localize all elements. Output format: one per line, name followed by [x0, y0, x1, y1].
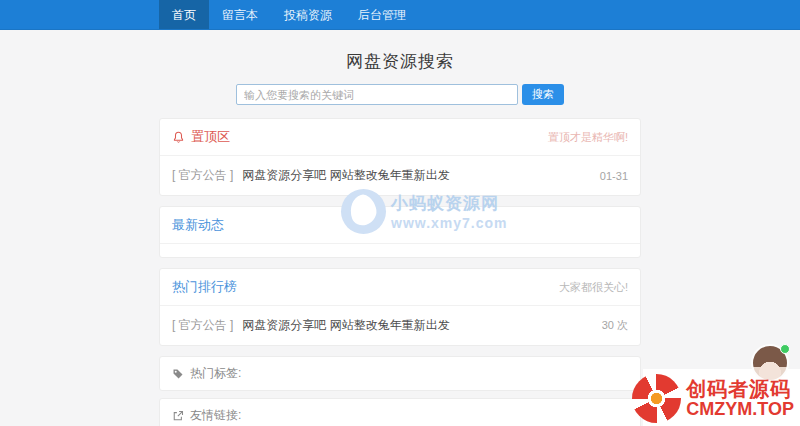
- corner-watermark: 创码者源码 CMZYM.TOP: [632, 374, 794, 423]
- search-input[interactable]: [236, 84, 518, 105]
- hot-tags-card: 热门标签:: [159, 356, 641, 391]
- hot-item-title-link[interactable]: 网盘资源分享吧 网站整改兔年重新出发: [242, 317, 449, 334]
- latest-card: 最新动态: [159, 206, 641, 258]
- hot-item-category-link[interactable]: [ 官方公告 ]: [172, 317, 233, 334]
- hot-ranking-card-header: 热门排行榜 大家都很关心!: [160, 269, 640, 306]
- top-nav-inner: 首页 留言本 投稿资源 后台管理: [159, 0, 641, 29]
- pinned-title: 置顶区: [191, 128, 230, 146]
- pinned-item-title-link[interactable]: 网盘资源分享吧 网站整改兔年重新出发: [242, 167, 449, 184]
- tag-icon: [172, 368, 184, 380]
- pinned-item-date: 01-31: [600, 170, 628, 182]
- latest-title: 最新动态: [172, 216, 224, 234]
- search-button[interactable]: 搜索: [522, 84, 564, 105]
- hot-list-item: [ 官方公告 ] 网盘资源分享吧 网站整改兔年重新出发 30 次: [160, 306, 640, 345]
- pinned-card-header: 置顶区 置顶才是精华啊!: [160, 119, 640, 156]
- hot-ranking-card: 热门排行榜 大家都很关心! [ 官方公告 ] 网盘资源分享吧 网站整改兔年重新出…: [159, 268, 641, 346]
- hot-ranking-subtitle: 大家都很关心!: [559, 280, 628, 295]
- top-nav: 首页 留言本 投稿资源 后台管理: [0, 0, 800, 30]
- pinned-item-category-link[interactable]: [ 官方公告 ]: [172, 167, 233, 184]
- friend-links-label: 友情链接:: [190, 407, 241, 424]
- corner-watermark-name: 创码者源码: [686, 378, 794, 400]
- pinned-card: 置顶区 置顶才是精华啊! [ 官方公告 ] 网盘资源分享吧 网站整改兔年重新出发…: [159, 118, 641, 196]
- online-status-dot: [780, 344, 790, 354]
- bell-icon: [172, 131, 185, 144]
- external-link-icon: [172, 410, 184, 422]
- nav-item-home[interactable]: 首页: [159, 0, 209, 29]
- search-bar: 搜索: [0, 84, 800, 105]
- pinwheel-logo-icon: [632, 374, 681, 423]
- pinned-subtitle: 置顶才是精华啊!: [548, 130, 628, 145]
- corner-watermark-url: CMZYM.TOP: [686, 400, 794, 420]
- nav-item-submit[interactable]: 投稿资源: [271, 0, 345, 29]
- hot-ranking-title: 热门排行榜: [172, 278, 237, 296]
- main-content: 置顶区 置顶才是精华啊! [ 官方公告 ] 网盘资源分享吧 网站整改兔年重新出发…: [159, 118, 641, 426]
- latest-card-header: 最新动态: [160, 207, 640, 244]
- latest-empty-body: [160, 244, 640, 257]
- nav-item-admin[interactable]: 后台管理: [345, 0, 419, 29]
- pinned-list-item: [ 官方公告 ] 网盘资源分享吧 网站整改兔年重新出发 01-31: [160, 156, 640, 195]
- page-title: 网盘资源搜索: [0, 50, 800, 73]
- nav-item-guestbook[interactable]: 留言本: [209, 0, 271, 29]
- friend-links-card: 友情链接:: [159, 398, 641, 426]
- hot-tags-label: 热门标签:: [190, 365, 241, 382]
- hot-item-views: 30 次: [602, 318, 628, 333]
